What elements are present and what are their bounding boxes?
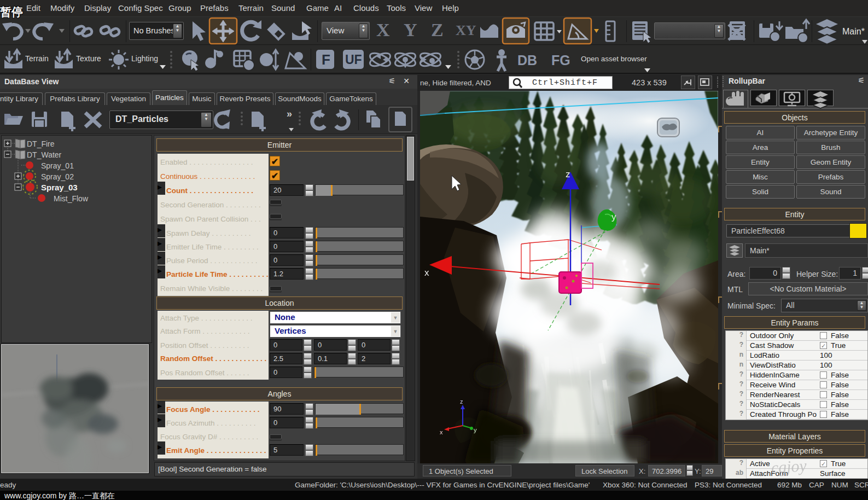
svg-text:Z: Z <box>431 20 444 40</box>
svg-text:x: x <box>440 429 443 435</box>
svg-text:y: y <box>611 212 616 222</box>
svg-text:»: » <box>287 108 292 119</box>
svg-text:FG: FG <box>551 53 570 68</box>
svg-text:X: X <box>376 20 390 40</box>
svg-text:UF: UF <box>345 53 362 67</box>
svg-text:F: F <box>322 51 330 68</box>
svg-text:z: z <box>460 398 463 405</box>
svg-text:Main*: Main* <box>842 27 865 36</box>
svg-text:Y: Y <box>404 20 417 40</box>
svg-text:x: x <box>424 268 429 278</box>
svg-text:XY: XY <box>456 22 476 38</box>
svg-text:z: z <box>566 169 570 179</box>
svg-text:y: y <box>474 427 477 433</box>
svg-text:DB: DB <box>517 53 537 68</box>
